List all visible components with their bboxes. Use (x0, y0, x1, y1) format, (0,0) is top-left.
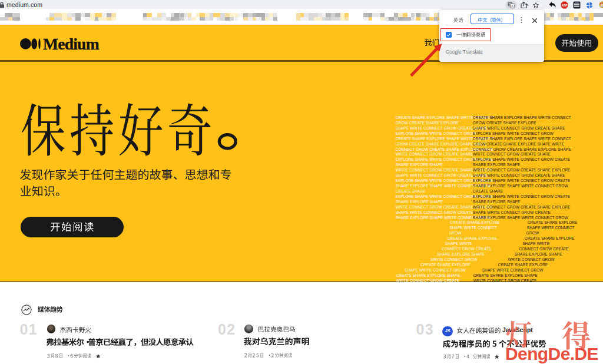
svg-text:A: A (511, 4, 513, 8)
svg-text:ABP: ABP (562, 4, 568, 7)
